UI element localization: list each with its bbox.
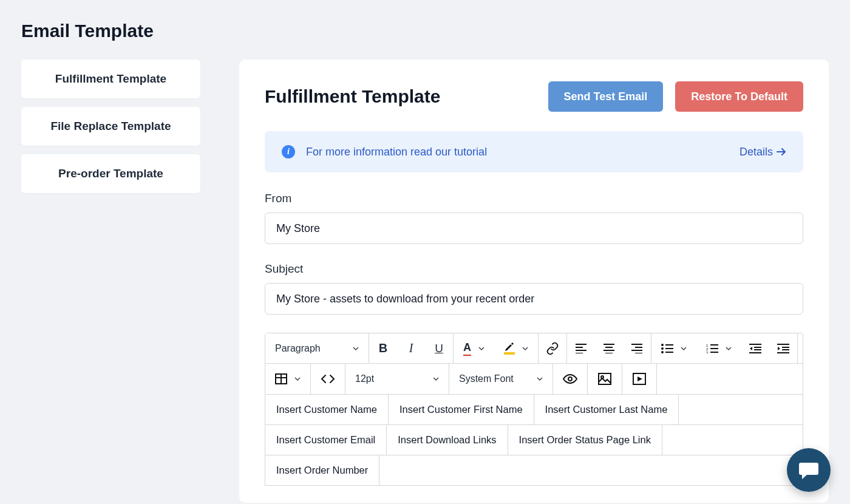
chevron-down-icon [726, 346, 732, 352]
sidebar-item-file-replace[interactable]: File Replace Template [21, 107, 200, 146]
info-icon: i [282, 145, 295, 158]
subject-label: Subject [265, 262, 803, 276]
highlight-icon [504, 342, 515, 355]
from-label: From [265, 192, 803, 205]
chevron-down-icon [294, 376, 301, 382]
align-center-button[interactable] [595, 333, 623, 363]
info-banner: i For more information read our tutorial… [265, 131, 803, 172]
align-left-icon [575, 344, 587, 353]
merge-customer-last-name[interactable]: Insert Customer Last Name [534, 395, 679, 425]
from-input[interactable] [265, 213, 803, 244]
table-button[interactable] [265, 364, 310, 394]
link-button[interactable] [539, 333, 566, 363]
chevron-down-icon [537, 376, 543, 382]
svg-rect-14 [754, 349, 761, 350]
merge-order-status-link[interactable]: Insert Order Status Page Link [508, 425, 662, 455]
restore-default-button[interactable]: Restore To Default [675, 81, 803, 112]
svg-rect-17 [782, 347, 789, 348]
align-right-button[interactable] [623, 333, 651, 363]
align-left-button[interactable] [567, 333, 595, 363]
sidebar-item-label: Fulfillment Template [55, 72, 166, 86]
merge-customer-first-name[interactable]: Insert Customer First Name [389, 395, 534, 425]
template-editor-card: Fulfillment Template Send Test Email Res… [239, 60, 829, 503]
eye-icon [563, 374, 577, 384]
svg-rect-19 [777, 352, 789, 353]
svg-rect-18 [782, 349, 789, 350]
indent-button[interactable] [769, 333, 797, 363]
bullet-list-icon [661, 344, 673, 353]
indent-icon [777, 344, 789, 353]
image-icon [598, 373, 611, 385]
svg-text:3: 3 [706, 351, 709, 353]
table-icon [275, 373, 287, 384]
svg-rect-7 [710, 344, 718, 346]
text-color-icon: A [463, 341, 471, 356]
page-title: Email Template [0, 0, 850, 60]
block-format-select[interactable]: Paragraph [265, 333, 369, 363]
svg-rect-3 [665, 348, 673, 349]
svg-point-21 [568, 377, 572, 381]
underline-button[interactable]: U [425, 333, 453, 363]
text-color-button[interactable]: A [454, 333, 494, 363]
svg-rect-16 [777, 344, 789, 345]
numbered-list-button[interactable]: 123 [696, 333, 741, 363]
svg-point-2 [661, 347, 664, 350]
svg-rect-1 [665, 344, 673, 346]
chat-icon [798, 460, 819, 480]
insert-image-button[interactable] [588, 364, 622, 394]
code-icon [321, 374, 335, 384]
merge-customer-name[interactable]: Insert Customer Name [265, 395, 389, 425]
outdent-button[interactable] [741, 333, 769, 363]
merge-tag-bar: Insert Customer Name Insert Customer Fir… [265, 395, 803, 486]
font-size-select[interactable]: 12pt [345, 364, 449, 394]
subject-input[interactable] [265, 283, 803, 315]
sidebar-item-fulfillment[interactable]: Fulfillment Template [21, 60, 200, 98]
preview-button[interactable] [553, 364, 587, 394]
rich-text-toolbar: Paragraph B I U A [265, 333, 803, 395]
align-center-icon [603, 344, 615, 353]
chevron-down-icon [681, 346, 687, 352]
font-family-value: System Font [459, 373, 514, 384]
svg-rect-5 [665, 352, 673, 353]
chat-widget-button[interactable] [787, 448, 831, 492]
numbered-list-icon: 123 [706, 344, 718, 353]
template-sidebar: Fulfillment Template File Replace Templa… [21, 60, 200, 193]
svg-rect-12 [749, 344, 761, 345]
merge-customer-email[interactable]: Insert Customer Email [265, 425, 387, 455]
highlight-color-button[interactable] [494, 333, 538, 363]
svg-rect-9 [710, 348, 718, 349]
svg-point-0 [661, 344, 664, 346]
card-title: Fulfillment Template [265, 86, 548, 107]
tutorial-link[interactable]: For more information read our tutorial [306, 146, 739, 158]
bullet-list-button[interactable] [651, 333, 696, 363]
arrow-right-icon [777, 148, 786, 156]
link-icon [546, 342, 559, 355]
details-link[interactable]: Details [739, 146, 786, 158]
merge-download-links[interactable]: Insert Download Links [387, 425, 508, 455]
sidebar-item-label: Pre-order Template [58, 167, 163, 180]
svg-rect-15 [749, 352, 761, 353]
media-icon [633, 373, 646, 385]
source-code-button[interactable] [311, 364, 345, 394]
italic-button[interactable]: I [397, 333, 425, 363]
chevron-down-icon [353, 346, 359, 352]
chevron-down-icon [433, 376, 439, 382]
font-family-select[interactable]: System Font [449, 364, 552, 394]
chevron-down-icon [478, 346, 484, 352]
block-format-value: Paragraph [275, 343, 321, 354]
bold-button[interactable]: B [369, 333, 397, 363]
chevron-down-icon [522, 346, 528, 352]
details-label: Details [739, 146, 773, 158]
outdent-icon [749, 344, 761, 353]
svg-rect-11 [710, 352, 718, 353]
svg-rect-13 [754, 347, 761, 348]
merge-order-number[interactable]: Insert Order Number [265, 455, 379, 486]
sidebar-item-pre-order[interactable]: Pre-order Template [21, 154, 200, 193]
font-size-value: 12pt [355, 373, 374, 384]
svg-point-4 [661, 351, 664, 353]
align-right-icon [631, 344, 643, 353]
insert-media-button[interactable] [622, 364, 656, 394]
svg-rect-22 [599, 373, 611, 384]
send-test-email-button[interactable]: Send Test Email [548, 81, 664, 112]
sidebar-item-label: File Replace Template [50, 120, 171, 133]
